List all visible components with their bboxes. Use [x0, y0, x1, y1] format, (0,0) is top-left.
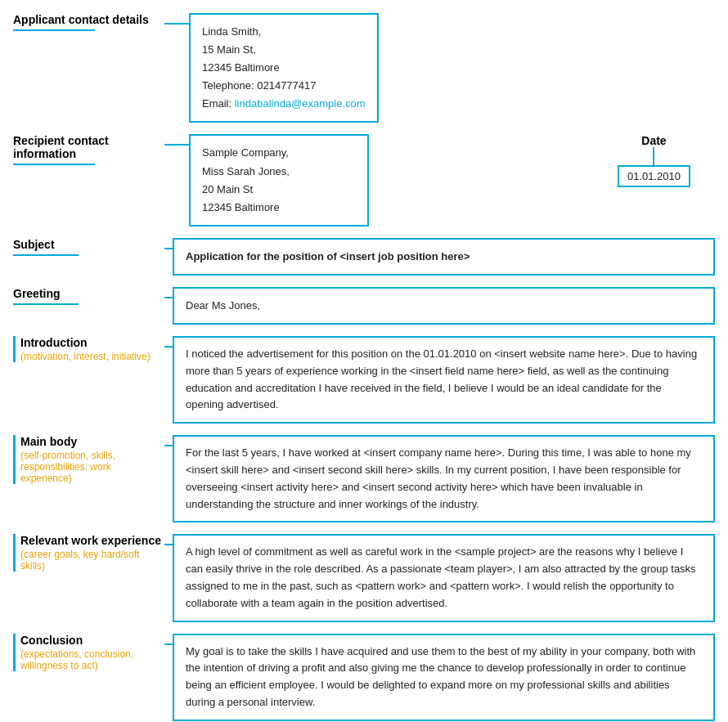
intro-connector: [164, 346, 173, 348]
relevant-work-connector: [164, 544, 173, 545]
main-body-sub: (self-promotion, skills, responsibilitie…: [20, 450, 164, 484]
applicant-city: 12345 Baltimore: [202, 59, 366, 77]
intro-label-area: Introduction (motivation, interest, init…: [13, 336, 164, 362]
greeting-label-area: Greeting: [13, 287, 164, 305]
date-box: 01.01.2010: [618, 165, 690, 187]
greeting-text: Dear Ms Jones,: [186, 299, 260, 312]
relevant-work-box: A high level of commitment as well as ca…: [173, 534, 715, 621]
subject-box: Application for the position of <insert …: [173, 238, 715, 276]
recipient-company: Sample Company,: [202, 144, 356, 162]
greeting-label: Greeting: [13, 287, 61, 300]
date-connector-line: [653, 147, 654, 165]
greeting-box: Dear Ms Jones,: [173, 287, 715, 325]
intro-box: I noticed the advertisement for this pos…: [173, 336, 715, 424]
intro-label: Introduction: [20, 336, 88, 349]
recipient-label: Recipient contact information: [13, 134, 109, 160]
date-label: Date: [641, 134, 666, 147]
date-area: Date 01.01.2010: [618, 134, 715, 187]
relevant-work-sub: (career goals, key hard/soft skills): [20, 549, 164, 572]
subject-label-area: Subject: [13, 238, 164, 256]
applicant-telephone: Telephone: 0214777417: [202, 77, 366, 95]
applicant-email: Email: lindabalinda@example.com: [202, 95, 366, 113]
conclusion-sub: (expectations, conclusion, willingness t…: [20, 648, 164, 671]
recipient-address: 20 Main St: [202, 181, 356, 199]
conclusion-box: My goal is to take the skills I have acq…: [173, 634, 715, 721]
intro-text: I noticed the advertisement for this pos…: [186, 348, 697, 410]
applicant-name: Linda Smith,: [202, 23, 366, 41]
recipient-box: Sample Company, Miss Sarah Jones, 20 Mai…: [189, 134, 369, 226]
intro-sub: (motivation, interest, initiative): [20, 351, 164, 362]
applicant-address1: 15 Main St,: [202, 41, 366, 59]
relevant-work-label: Relevant work experience: [20, 534, 161, 547]
main-body-text: For the last 5 years, I have worked at <…: [186, 446, 691, 509]
main-body-label: Main body: [20, 435, 77, 448]
main-body-label-area: Main body (self-promotion, skills, respo…: [13, 435, 164, 484]
relevant-work-label-area: Relevant work experience (career goals, …: [13, 534, 164, 572]
subject-label: Subject: [13, 238, 55, 251]
recipient-city: 12345 Baltimore: [202, 199, 356, 217]
applicant-label: Applicant contact details: [13, 13, 149, 26]
conclusion-connector: [164, 644, 173, 645]
applicant-box: Linda Smith, 15 Main St, 12345 Baltimore…: [189, 13, 379, 123]
conclusion-text: My goal is to take the skills I have acq…: [186, 645, 695, 708]
main-body-connector: [164, 445, 173, 446]
conclusion-label: Conclusion: [20, 634, 83, 647]
applicant-connector-line: [164, 23, 189, 25]
applicant-email-link[interactable]: lindabalinda@example.com: [235, 97, 366, 110]
subject-connector: [164, 248, 173, 249]
greeting-connector: [164, 297, 173, 298]
recipient-label-area: Recipient contact information: [13, 134, 164, 165]
applicant-label-area: Applicant contact details: [13, 13, 164, 31]
conclusion-label-area: Conclusion (expectations, conclusion, wi…: [13, 634, 164, 671]
relevant-work-text: A high level of commitment as well as ca…: [186, 545, 696, 608]
recipient-contact: Miss Sarah Jones,: [202, 163, 356, 181]
subject-text: Application for the position of <insert …: [186, 250, 470, 262]
date-value: 01.01.2010: [627, 170, 681, 182]
recipient-connector-line: [164, 144, 189, 146]
main-body-box: For the last 5 years, I have worked at <…: [173, 435, 715, 522]
